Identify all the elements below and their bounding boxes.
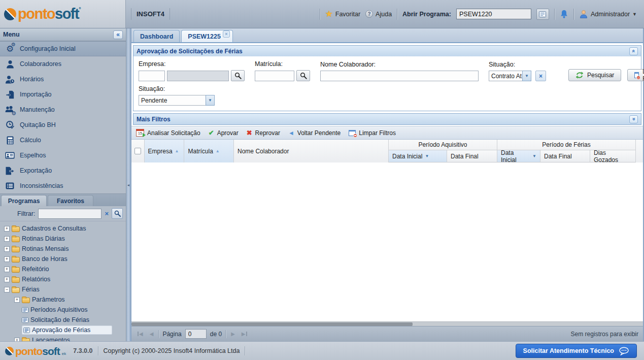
column-dias-gozados[interactable]: Dias Gozados bbox=[590, 150, 636, 162]
expand-icon[interactable]: + bbox=[14, 297, 20, 303]
filter-input[interactable] bbox=[38, 209, 101, 219]
open-program-input[interactable] bbox=[456, 9, 531, 19]
clear-filter-icon[interactable]: × bbox=[104, 210, 110, 217]
program-list-button[interactable] bbox=[536, 9, 549, 20]
column-empresa[interactable]: Empresa▲ bbox=[145, 140, 185, 162]
sidebar-item-manutencao[interactable]: ⚙ Manutenção bbox=[0, 102, 126, 117]
more-filters-panel: Mais Filtros « bbox=[133, 113, 641, 125]
sidebar: Menu « ⚙⚙ Configuração Inicial Colaborad… bbox=[0, 28, 126, 341]
notifications-button[interactable] bbox=[560, 10, 568, 19]
voltar-pendente-button[interactable]: ◄ Voltar Pendente bbox=[288, 129, 341, 137]
tree-node-rotinas-mensais[interactable]: +Rotinas Mensais bbox=[4, 244, 126, 254]
next-page-button[interactable]: ▶ bbox=[229, 330, 236, 339]
expand-icon[interactable]: + bbox=[14, 338, 20, 342]
column-menu-icon[interactable]: ▼ bbox=[425, 154, 429, 158]
expand-panel-button[interactable]: « bbox=[629, 115, 638, 123]
folder-icon bbox=[12, 257, 20, 263]
collapse-icon[interactable]: − bbox=[4, 287, 10, 292]
grid-body-empty[interactable] bbox=[131, 162, 643, 321]
tree-node-parametros[interactable]: +Parâmetros bbox=[4, 294, 126, 305]
expand-icon[interactable]: + bbox=[4, 267, 10, 272]
tab-programas[interactable]: Programas bbox=[1, 195, 47, 206]
more-filters-header[interactable]: Mais Filtros « bbox=[133, 114, 641, 124]
tree-node-lancamentos[interactable]: +Lançamentos bbox=[4, 335, 126, 341]
tree-node-ferias[interactable]: −Férias bbox=[4, 284, 126, 294]
empresa-code-input[interactable] bbox=[139, 71, 165, 81]
column-pf-data-inicial[interactable]: Data Inicial▼ bbox=[497, 150, 540, 162]
column-pa-data-inicial[interactable]: Data Inicial▼ bbox=[389, 150, 447, 162]
sort-asc-icon: ▲ bbox=[175, 149, 179, 153]
sidebar-item-inconsistencias[interactable]: Inconsistências bbox=[0, 178, 126, 193]
situacao-contrato-combo[interactable]: Contrato At ▼ bbox=[489, 71, 531, 81]
sidebar-splitter[interactable]: ◄ bbox=[126, 28, 130, 341]
tree-node-periodos-aquisitivos[interactable]: Períodos Aquisitivos bbox=[4, 305, 126, 315]
limpar-filtros-button[interactable]: Limpar Filtros bbox=[627, 69, 644, 81]
checkbox[interactable] bbox=[134, 148, 141, 154]
last-page-button[interactable]: ▶ bbox=[240, 330, 249, 339]
first-page-button[interactable]: ◀ bbox=[136, 330, 145, 339]
situacao-combo[interactable]: Pendente ▼ bbox=[139, 95, 215, 106]
sidebar-item-espelhos[interactable]: Espelhos bbox=[0, 148, 126, 163]
page-number-input[interactable] bbox=[185, 329, 207, 339]
x-icon: ✖ bbox=[247, 129, 252, 136]
filter-panel-header[interactable]: Aprovação de Solicitações de Férias « bbox=[133, 46, 641, 56]
sidebar-item-configuracao-inicial[interactable]: ⚙⚙ Configuração Inicial bbox=[0, 41, 126, 56]
expand-icon[interactable]: + bbox=[4, 277, 10, 282]
expand-icon[interactable]: + bbox=[4, 246, 10, 252]
reprovar-button[interactable]: ✖ Reprovar bbox=[247, 129, 280, 137]
clear-situacao-button[interactable]: × bbox=[535, 71, 546, 81]
column-pa-data-final[interactable]: Data Final bbox=[447, 150, 497, 162]
close-tab-icon[interactable]: × bbox=[223, 30, 230, 38]
solicitar-atendimento-button[interactable]: Solicitar Atendimento Técnico bbox=[516, 344, 637, 358]
column-matricula[interactable]: Matrícula▲ bbox=[184, 140, 234, 162]
application-window: pontosoft° INSOFT4 ★ Favoritar ? Ajuda A… bbox=[0, 0, 644, 360]
filter-search-button[interactable] bbox=[112, 208, 123, 219]
column-menu-icon[interactable]: ▼ bbox=[532, 154, 536, 158]
chevron-down-icon[interactable]: ▼ bbox=[522, 71, 531, 81]
column-pf-data-final[interactable]: Data Final bbox=[540, 150, 590, 162]
chevrons-left-icon: « bbox=[116, 31, 120, 38]
tree-node-rotinas-diarias[interactable]: +Rotinas Diárias bbox=[4, 234, 126, 244]
tree-node-solicitacao-de-ferias[interactable]: Solicitação de Férias bbox=[4, 315, 126, 325]
empresa-lookup-button[interactable] bbox=[231, 70, 245, 81]
chevron-down-icon[interactable]: ▼ bbox=[206, 95, 215, 106]
help-button[interactable]: ? Ajuda bbox=[365, 10, 392, 18]
filter-panel: Aprovação de Solicitações de Férias « Em… bbox=[133, 45, 641, 111]
tree-node-aprovacao-de-ferias-selected[interactable]: Aprovação de Férias bbox=[4, 325, 126, 335]
pesquisar-button[interactable]: Pesquisar bbox=[568, 69, 621, 81]
header-filler bbox=[636, 140, 643, 162]
scrollbar-thumb[interactable] bbox=[131, 322, 413, 326]
horizontal-scrollbar[interactable] bbox=[131, 321, 643, 326]
tab-favoritos[interactable]: Favoritos bbox=[48, 195, 93, 206]
tree-node-banco-de-horas[interactable]: +Banco de Horas bbox=[4, 254, 126, 264]
sidebar-item-calculo[interactable]: Cálculo bbox=[0, 133, 126, 148]
expand-icon[interactable]: + bbox=[4, 256, 10, 262]
favorite-button[interactable]: ★ Favoritar bbox=[325, 10, 361, 18]
sidebar-item-importacao[interactable]: Importação bbox=[0, 87, 126, 102]
matricula-input[interactable] bbox=[255, 71, 294, 81]
matricula-lookup-button[interactable] bbox=[296, 70, 310, 81]
expand-icon[interactable]: + bbox=[4, 236, 10, 242]
tree-node-relatorios[interactable]: +Relatórios bbox=[4, 274, 126, 284]
sidebar-collapse-button[interactable]: « bbox=[113, 30, 123, 39]
pontosoft-logo-icon bbox=[4, 8, 16, 20]
user-menu[interactable]: Administrador ▼ bbox=[579, 10, 637, 18]
tree-node-cadastros[interactable]: +Cadastros e Consultas bbox=[4, 223, 126, 234]
tab-dashboard[interactable]: Dashboard bbox=[133, 30, 180, 42]
sidebar-item-exportacao[interactable]: Exportação bbox=[0, 163, 126, 178]
sidebar-item-colaboradores[interactable]: Colaboradores bbox=[0, 56, 126, 72]
analisar-solicitacao-button[interactable]: 15 Analisar Solicitação bbox=[136, 129, 200, 137]
tab-psew1225[interactable]: PSEW1225× bbox=[181, 30, 233, 42]
expand-icon[interactable]: + bbox=[4, 226, 10, 232]
sidebar-item-horarios[interactable]: Horários bbox=[0, 72, 126, 87]
tree-node-label: Cadastros e Consultas bbox=[22, 225, 86, 232]
previous-page-button[interactable]: ◀ bbox=[148, 330, 155, 339]
limpar-filtros-toolbar-button[interactable]: Limpar Filtros bbox=[349, 129, 396, 137]
nome-colaborador-input[interactable] bbox=[320, 71, 479, 81]
sidebar-item-quitacao-bh[interactable]: Quitação BH bbox=[0, 117, 126, 133]
collapse-panel-button[interactable]: « bbox=[629, 47, 638, 55]
column-nome-colaborador[interactable]: Nome Colaborador bbox=[234, 140, 389, 162]
select-all-cell[interactable] bbox=[131, 140, 145, 162]
tree-node-refeitorio[interactable]: +Refeitório bbox=[4, 264, 126, 274]
aprovar-button[interactable]: ✔ Aprovar bbox=[209, 129, 239, 137]
